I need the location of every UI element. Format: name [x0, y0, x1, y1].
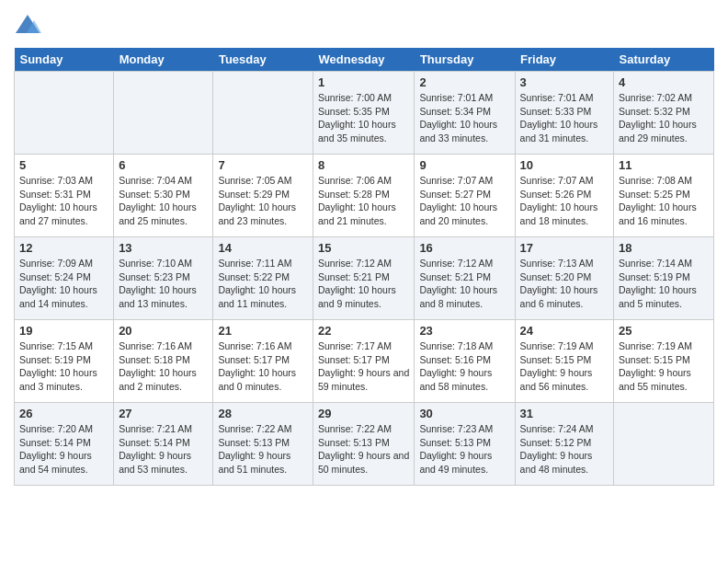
day-detail: Sunrise: 7:22 AMSunset: 5:13 PMDaylight:… — [218, 422, 308, 477]
day-number: 8 — [318, 158, 409, 172]
day-number: 19 — [19, 324, 108, 338]
calendar-cell: 21 Sunrise: 7:16 AMSunset: 5:17 PMDaylig… — [213, 320, 313, 403]
weekday-header: Saturday — [614, 48, 714, 72]
calendar-cell: 16 Sunrise: 7:12 AMSunset: 5:21 PMDaylig… — [415, 237, 515, 320]
day-detail: Sunrise: 7:14 AMSunset: 5:19 PMDaylight:… — [619, 257, 709, 311]
day-detail: Sunrise: 7:10 AMSunset: 5:23 PMDaylight:… — [119, 257, 208, 311]
weekday-header: Monday — [114, 48, 213, 72]
calendar-cell: 15 Sunrise: 7:12 AMSunset: 5:21 PMDaylig… — [313, 237, 415, 320]
day-detail: Sunrise: 7:17 AMSunset: 5:17 PMDaylight:… — [318, 339, 409, 394]
day-number: 13 — [119, 241, 208, 255]
day-detail: Sunrise: 7:19 AMSunset: 5:15 PMDaylight:… — [619, 339, 709, 394]
calendar-cell: 22 Sunrise: 7:17 AMSunset: 5:17 PMDaylig… — [313, 320, 415, 403]
calendar-cell: 28 Sunrise: 7:22 AMSunset: 5:13 PMDaylig… — [213, 403, 313, 486]
day-detail: Sunrise: 7:11 AMSunset: 5:22 PMDaylight:… — [218, 257, 308, 311]
calendar-cell: 4 Sunrise: 7:02 AMSunset: 5:32 PMDayligh… — [614, 72, 714, 155]
calendar-cell: 13 Sunrise: 7:10 AMSunset: 5:23 PMDaylig… — [114, 237, 213, 320]
weekday-header: Tuesday — [213, 48, 313, 72]
day-number: 11 — [619, 158, 709, 172]
header — [14, 9, 714, 40]
day-number: 9 — [419, 158, 509, 172]
day-number: 20 — [119, 324, 208, 338]
calendar-cell: 10 Sunrise: 7:07 AMSunset: 5:26 PMDaylig… — [515, 155, 613, 237]
calendar-table: SundayMondayTuesdayWednesdayThursdayFrid… — [14, 48, 714, 486]
day-detail: Sunrise: 7:07 AMSunset: 5:27 PMDaylight:… — [419, 174, 509, 228]
calendar-cell: 7 Sunrise: 7:05 AMSunset: 5:29 PMDayligh… — [213, 155, 313, 237]
day-number: 7 — [218, 158, 308, 172]
day-number: 31 — [520, 407, 609, 420]
day-detail: Sunrise: 7:18 AMSunset: 5:16 PMDaylight:… — [419, 339, 509, 394]
calendar-cell: 26 Sunrise: 7:20 AMSunset: 5:14 PMDaylig… — [15, 403, 114, 486]
day-number: 23 — [419, 324, 509, 338]
calendar-cell: 2 Sunrise: 7:01 AMSunset: 5:34 PMDayligh… — [415, 72, 515, 155]
calendar-header: SundayMondayTuesdayWednesdayThursdayFrid… — [15, 48, 714, 72]
day-detail: Sunrise: 7:08 AMSunset: 5:25 PMDaylight:… — [619, 174, 709, 228]
weekday-header: Sunday — [15, 48, 114, 72]
day-detail: Sunrise: 7:06 AMSunset: 5:28 PMDaylight:… — [318, 174, 409, 228]
day-detail: Sunrise: 7:22 AMSunset: 5:13 PMDaylight:… — [318, 422, 409, 477]
day-number: 16 — [419, 241, 509, 255]
logo — [14, 13, 45, 40]
day-detail: Sunrise: 7:05 AMSunset: 5:29 PMDaylight:… — [218, 174, 308, 228]
day-detail: Sunrise: 7:21 AMSunset: 5:14 PMDaylight:… — [119, 422, 208, 477]
day-number: 14 — [218, 241, 308, 255]
day-detail: Sunrise: 7:09 AMSunset: 5:24 PMDaylight:… — [19, 257, 108, 311]
calendar-cell — [114, 72, 213, 155]
day-detail: Sunrise: 7:23 AMSunset: 5:13 PMDaylight:… — [419, 422, 509, 477]
day-number: 28 — [218, 407, 308, 420]
calendar-cell: 30 Sunrise: 7:23 AMSunset: 5:13 PMDaylig… — [415, 403, 515, 486]
calendar-cell: 12 Sunrise: 7:09 AMSunset: 5:24 PMDaylig… — [15, 237, 114, 320]
day-detail: Sunrise: 7:01 AMSunset: 5:34 PMDaylight:… — [419, 91, 509, 145]
day-detail: Sunrise: 7:07 AMSunset: 5:26 PMDaylight:… — [520, 174, 609, 228]
calendar-cell: 1 Sunrise: 7:00 AMSunset: 5:35 PMDayligh… — [313, 72, 415, 155]
day-number: 18 — [619, 241, 709, 255]
day-detail: Sunrise: 7:24 AMSunset: 5:12 PMDaylight:… — [520, 422, 609, 477]
calendar-cell: 5 Sunrise: 7:03 AMSunset: 5:31 PMDayligh… — [15, 155, 114, 237]
weekday-header: Thursday — [415, 48, 515, 72]
day-detail: Sunrise: 7:12 AMSunset: 5:21 PMDaylight:… — [318, 257, 409, 311]
calendar-cell — [614, 403, 714, 486]
day-number: 3 — [520, 75, 609, 89]
day-detail: Sunrise: 7:02 AMSunset: 5:32 PMDaylight:… — [619, 91, 709, 145]
day-number: 22 — [318, 324, 409, 338]
day-detail: Sunrise: 7:15 AMSunset: 5:19 PMDaylight:… — [19, 339, 108, 394]
day-detail: Sunrise: 7:16 AMSunset: 5:18 PMDaylight:… — [119, 339, 208, 394]
calendar-cell: 27 Sunrise: 7:21 AMSunset: 5:14 PMDaylig… — [114, 403, 213, 486]
calendar-cell: 9 Sunrise: 7:07 AMSunset: 5:27 PMDayligh… — [415, 155, 515, 237]
day-number: 6 — [119, 158, 208, 172]
day-number: 17 — [520, 241, 609, 255]
calendar-cell: 11 Sunrise: 7:08 AMSunset: 5:25 PMDaylig… — [614, 155, 714, 237]
day-number: 1 — [318, 75, 409, 89]
day-number: 12 — [19, 241, 108, 255]
calendar-cell: 25 Sunrise: 7:19 AMSunset: 5:15 PMDaylig… — [614, 320, 714, 403]
day-detail: Sunrise: 7:12 AMSunset: 5:21 PMDaylight:… — [419, 257, 509, 311]
logo-icon — [14, 13, 41, 40]
calendar-cell: 6 Sunrise: 7:04 AMSunset: 5:30 PMDayligh… — [114, 155, 213, 237]
day-number: 4 — [619, 75, 709, 89]
day-detail: Sunrise: 7:13 AMSunset: 5:20 PMDaylight:… — [520, 257, 609, 311]
day-detail: Sunrise: 7:16 AMSunset: 5:17 PMDaylight:… — [218, 339, 308, 394]
day-detail: Sunrise: 7:04 AMSunset: 5:30 PMDaylight:… — [119, 174, 208, 228]
day-number: 15 — [318, 241, 409, 255]
day-number: 27 — [119, 407, 208, 420]
day-number: 2 — [419, 75, 509, 89]
day-number: 10 — [520, 158, 609, 172]
day-number: 30 — [419, 407, 509, 420]
calendar-cell: 20 Sunrise: 7:16 AMSunset: 5:18 PMDaylig… — [114, 320, 213, 403]
weekday-header: Wednesday — [313, 48, 415, 72]
calendar-cell — [15, 72, 114, 155]
day-number: 26 — [19, 407, 108, 420]
calendar-cell: 8 Sunrise: 7:06 AMSunset: 5:28 PMDayligh… — [313, 155, 415, 237]
day-detail: Sunrise: 7:00 AMSunset: 5:35 PMDaylight:… — [318, 91, 409, 145]
calendar-cell: 23 Sunrise: 7:18 AMSunset: 5:16 PMDaylig… — [415, 320, 515, 403]
calendar-cell: 29 Sunrise: 7:22 AMSunset: 5:13 PMDaylig… — [313, 403, 415, 486]
day-detail: Sunrise: 7:01 AMSunset: 5:33 PMDaylight:… — [520, 91, 609, 145]
day-number: 5 — [19, 158, 108, 172]
calendar-cell: 24 Sunrise: 7:19 AMSunset: 5:15 PMDaylig… — [515, 320, 613, 403]
weekday-header: Friday — [515, 48, 613, 72]
calendar-cell: 17 Sunrise: 7:13 AMSunset: 5:20 PMDaylig… — [515, 237, 613, 320]
calendar-cell — [213, 72, 313, 155]
day-detail: Sunrise: 7:19 AMSunset: 5:15 PMDaylight:… — [520, 339, 609, 394]
day-number: 25 — [619, 324, 709, 338]
day-number: 24 — [520, 324, 609, 338]
